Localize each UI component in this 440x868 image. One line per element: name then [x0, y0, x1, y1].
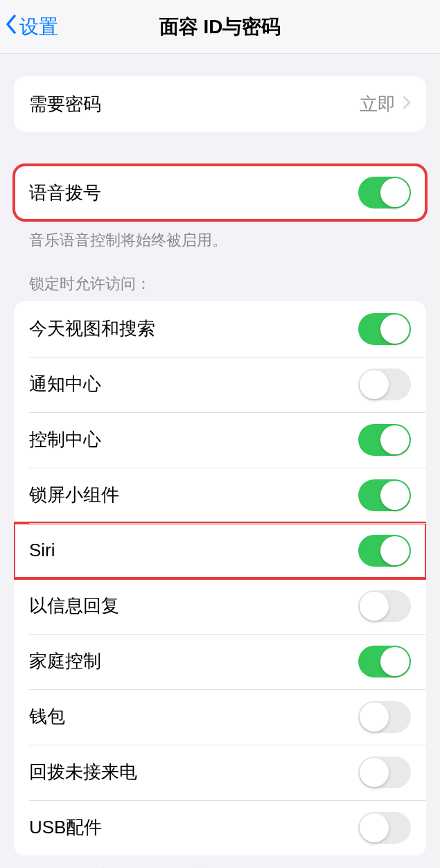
lock-access-toggle[interactable]: [358, 424, 411, 456]
chevron-right-icon: [403, 96, 411, 112]
require-passcode-value: 立即: [360, 92, 396, 116]
require-passcode-label: 需要密码: [29, 92, 101, 116]
lock-access-row: Siri: [14, 523, 426, 578]
lock-access-label: 通知中心: [29, 372, 101, 396]
back-button[interactable]: 设置: [6, 14, 58, 40]
lock-access-row: 控制中心: [14, 412, 426, 468]
lock-access-label: 锁屏小组件: [29, 483, 119, 507]
lock-access-label: 控制中心: [29, 427, 101, 452]
lock-access-label: 今天视图和搜索: [29, 317, 155, 341]
lock-access-row: 以信息回复: [14, 578, 426, 634]
lock-access-toggle[interactable]: [358, 756, 411, 788]
content: 需要密码 立即 语音拨号 音乐语音控制将始终被启用。 锁定时允许访问： 今天视图…: [0, 76, 440, 868]
lock-access-label: 钱包: [29, 705, 65, 729]
chevron-left-icon: [6, 15, 17, 39]
back-label: 设置: [19, 14, 58, 40]
lock-access-row: 钱包: [14, 689, 426, 745]
lock-access-row: 锁屏小组件: [14, 468, 426, 523]
voice-dial-toggle[interactable]: [358, 177, 411, 209]
row-accessory: 立即: [360, 92, 411, 116]
lock-access-label: 以信息回复: [29, 594, 119, 618]
lock-access-group: 今天视图和搜索通知中心控制中心锁屏小组件Siri以信息回复家庭控制钱包回拨未接来…: [14, 301, 426, 856]
voice-dial-label: 语音拨号: [29, 181, 101, 205]
lock-access-toggle[interactable]: [358, 646, 411, 677]
nav-bar: 设置 面容 ID与密码: [0, 0, 440, 54]
lock-access-toggle[interactable]: [358, 313, 411, 345]
lock-access-row: USB配件: [14, 800, 426, 856]
lock-access-header: 锁定时允许访问：: [14, 251, 426, 301]
voice-dial-group: 语音拨号: [14, 165, 426, 220]
lock-access-row: 今天视图和搜索: [14, 301, 426, 357]
voice-dial-footer: 音乐语音控制将始终被启用。: [14, 220, 426, 251]
require-passcode-group: 需要密码 立即: [14, 76, 426, 132]
lock-access-row: 通知中心: [14, 357, 426, 412]
lock-access-row: 回拨未接来电: [14, 745, 426, 800]
lock-access-toggle[interactable]: [358, 812, 411, 844]
lock-access-toggle[interactable]: [358, 535, 411, 567]
lock-access-toggle[interactable]: [358, 590, 411, 622]
lock-access-label: 回拨未接来电: [29, 760, 137, 784]
lock-access-label: 家庭控制: [29, 649, 101, 673]
lock-access-footer: iPhone 锁定超过一小时后，需先解锁 iPhone 才能允许 USB 配件连…: [14, 856, 426, 868]
page-title: 面容 ID与密码: [159, 14, 281, 40]
lock-access-label: Siri: [29, 540, 55, 561]
require-passcode-row[interactable]: 需要密码 立即: [14, 76, 426, 132]
voice-dial-row: 语音拨号: [14, 165, 426, 220]
lock-access-label: USB配件: [29, 815, 102, 840]
lock-access-row: 家庭控制: [14, 634, 426, 689]
lock-access-toggle[interactable]: [358, 701, 411, 733]
lock-access-toggle[interactable]: [358, 479, 411, 511]
lock-access-toggle[interactable]: [358, 369, 411, 400]
